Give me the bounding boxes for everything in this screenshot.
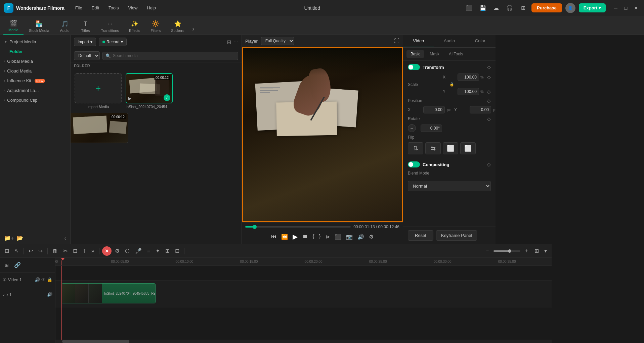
list-item[interactable]: 00:00:12 (75, 113, 122, 143)
record-button[interactable]: Record ▾ (99, 38, 127, 46)
grid-toggle-btn[interactable]: ▾ (542, 246, 549, 255)
redo-btn[interactable]: ↪ (36, 246, 45, 255)
out-point-button[interactable]: } (318, 232, 322, 241)
position-y-input[interactable]: 0.00 (470, 106, 491, 113)
sort-select[interactable]: Default (74, 51, 100, 60)
tab-transitions[interactable]: ↔ Transitions (96, 18, 124, 35)
scale-x-keyframe-icon[interactable]: ◇ (487, 75, 491, 80)
close-button[interactable]: ✕ (632, 4, 640, 12)
mic-btn[interactable]: 🎤 (133, 246, 144, 255)
sidebar-item-folder[interactable]: Folder (0, 47, 70, 56)
add-to-timeline-button[interactable]: ⬛ (333, 232, 343, 241)
menu-edit[interactable]: Edit (88, 4, 103, 12)
tab-audio[interactable]: Audio (434, 35, 465, 47)
crop-btn[interactable]: ⊡ (71, 246, 79, 255)
media-thumbnail-2[interactable]: 00:00:12 (71, 113, 128, 143)
mark-button[interactable]: ⊳ (324, 232, 331, 241)
flip-vertical-button[interactable]: ⇆ (425, 142, 441, 154)
subtab-mask[interactable]: Mask (426, 50, 443, 58)
cut-btn[interactable]: ✂ (61, 246, 70, 255)
step-back-button[interactable]: ⏪ (280, 232, 289, 241)
sidebar-item-compound-clip[interactable]: › Compound Clip (0, 95, 70, 105)
menu-file[interactable]: File (71, 4, 86, 12)
split-btn[interactable]: ⊟ (173, 246, 181, 255)
quality-select[interactable]: Full Quality (261, 37, 294, 45)
tab-stock-media[interactable]: 🏪 Stock Media (24, 18, 54, 35)
filter-icon[interactable]: ⊟ (227, 39, 231, 45)
audio-button[interactable]: 🔊 (356, 232, 366, 241)
purchase-button[interactable]: Purchase (531, 3, 562, 12)
rotate-keyframe-icon[interactable]: ◇ (487, 116, 491, 121)
grid-view-btn[interactable]: ⊞ (532, 246, 541, 255)
import-media-item[interactable]: + Import Media (75, 73, 122, 109)
scene-view-btn[interactable]: ⊞ (3, 246, 11, 255)
sidebar-item-cloud-media[interactable]: › Cloud Media (0, 66, 70, 76)
timeline-scrollbar[interactable] (55, 340, 552, 343)
track-eye-icon[interactable]: 👁 (41, 277, 46, 282)
tab-video[interactable]: Video (403, 35, 434, 47)
blend-mode-select[interactable]: Normal (408, 181, 491, 191)
screen-layout-icon[interactable]: ⬛ (464, 3, 474, 13)
snapshot-button[interactable]: 📷 (345, 232, 354, 241)
fullscreen-icon[interactable]: ⛶ (394, 38, 399, 44)
keyframe-panel-button[interactable]: Keyframe Panel (436, 230, 477, 241)
menu-help[interactable]: Help (143, 4, 160, 12)
reset-button[interactable]: Reset (408, 230, 433, 241)
minimize-button[interactable]: ─ (612, 4, 620, 12)
position-x-input[interactable]: 0.00 (423, 106, 445, 113)
progress-bar[interactable] (245, 226, 351, 228)
play-button[interactable]: ▶ (291, 231, 299, 242)
more-tabs-button[interactable]: › (189, 23, 197, 35)
delete-btn[interactable]: 🗑 (50, 247, 60, 255)
audio-fx-btn[interactable]: ≡ (145, 247, 152, 255)
cloud-icon[interactable]: ☁ (491, 3, 501, 13)
pip-btn[interactable]: ⊞ (163, 246, 172, 255)
text-btn[interactable]: T (81, 247, 88, 255)
link-btn[interactable]: 🔗 (12, 260, 23, 270)
tab-titles[interactable]: T Titles (76, 18, 96, 35)
maximize-button[interactable]: □ (622, 4, 630, 12)
rewind-button[interactable]: ⏮ (270, 232, 278, 241)
sidebar-item-influence-kit[interactable]: › Influence Kit NEW (0, 76, 70, 86)
add-video-track-btn[interactable]: ⊞ (3, 261, 11, 269)
subtab-ai-tools[interactable]: AI Tools (445, 50, 467, 58)
tab-effects[interactable]: ✨ Effects (124, 18, 145, 35)
rotate-dial[interactable] (408, 124, 416, 132)
export-button[interactable]: Export ▾ (579, 3, 606, 12)
flip-v-button[interactable]: ⬜ (460, 142, 476, 154)
sidebar-item-global-media[interactable]: › Global Media (0, 56, 70, 66)
transform-keyframe-icon[interactable]: ◇ (487, 64, 491, 70)
scrollbar-thumb[interactable] (62, 340, 129, 343)
sidebar-item-project-media[interactable]: ▼ Project Media (0, 37, 70, 47)
track-volume-icon[interactable]: 🔊 (35, 277, 40, 282)
sidebar-item-adjustment[interactable]: › Adjustment La... (0, 86, 70, 95)
tab-stickers[interactable]: ⭐ Stickers (166, 18, 189, 35)
ai-icon[interactable]: ⊞ (518, 3, 528, 13)
more-options-icon[interactable]: ··· (234, 39, 238, 45)
record-btn[interactable]: ✕ (102, 246, 112, 256)
menu-view[interactable]: View (124, 4, 141, 12)
tab-filters[interactable]: 🔆 Filters (145, 18, 166, 35)
tab-audio[interactable]: 🎵 Audio (55, 18, 75, 35)
subtab-basic[interactable]: Basic (406, 50, 424, 58)
transform-toggle[interactable] (408, 64, 420, 70)
tab-media[interactable]: 🎬 Media (3, 17, 24, 35)
search-input[interactable] (113, 53, 235, 58)
compositing-keyframe-icon[interactable]: ◇ (487, 162, 491, 167)
in-point-button[interactable]: { (311, 232, 315, 241)
headphone-icon[interactable]: 🎧 (505, 3, 515, 13)
audio-volume-icon[interactable]: 🔊 (47, 292, 52, 297)
rotate-input[interactable]: 0.00° (421, 125, 442, 132)
stop-button[interactable]: ⏹ (301, 232, 309, 241)
settings2-btn[interactable]: ⚙ (113, 246, 122, 255)
media-thumbnail[interactable]: 00:00:12 ✓ ▶ (126, 73, 173, 103)
import-plus-area[interactable]: + (75, 73, 122, 103)
settings-button[interactable]: ⚙ (368, 232, 375, 241)
zoom-bar[interactable] (493, 250, 520, 252)
more-tools-btn[interactable]: » (89, 247, 96, 255)
save-icon[interactable]: 💾 (478, 3, 488, 13)
collapse-panel-icon[interactable]: ‹ (65, 235, 66, 241)
video-clip[interactable]: InShot_20240704_204545883_Removed (61, 283, 156, 303)
mask2-btn[interactable]: ⬡ (123, 246, 132, 255)
add-folder-icon[interactable]: 📁+ (4, 235, 14, 241)
